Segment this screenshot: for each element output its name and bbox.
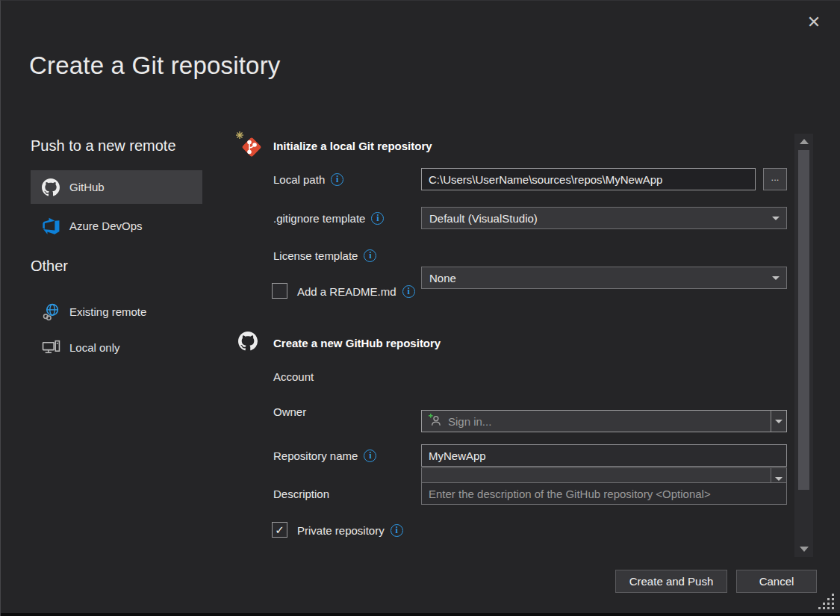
sign-in-user-icon xyxy=(428,413,442,429)
sidebar-item-existing-remote[interactable]: Existing remote xyxy=(31,296,202,326)
info-icon[interactable]: i xyxy=(391,524,403,537)
gitignore-template-label: .gitignore template i xyxy=(273,207,384,229)
sidebar-heading-push-remote: Push to a new remote xyxy=(31,137,176,155)
readme-label: Add a README.md i xyxy=(297,283,415,299)
scroll-down-icon[interactable] xyxy=(800,547,809,552)
cancel-button[interactable]: Cancel xyxy=(736,570,817,593)
local-path-input[interactable] xyxy=(421,168,756,190)
close-icon: ✕ xyxy=(807,13,821,32)
chevron-down-icon xyxy=(775,477,783,481)
sidebar-item-github[interactable]: GitHub xyxy=(31,170,202,204)
section-title-initialize-local: Initialize a local Git repository xyxy=(273,140,432,152)
account-dropdown[interactable]: Sign in... xyxy=(421,410,787,432)
window-bottom-edge xyxy=(1,613,840,616)
license-template-label: License template i xyxy=(273,244,376,267)
scrollbar-thumb[interactable] xyxy=(798,150,809,490)
info-icon[interactable]: i xyxy=(402,285,415,298)
computer-icon xyxy=(41,337,60,357)
browse-button[interactable]: ... xyxy=(763,168,787,190)
repository-name-input[interactable] xyxy=(421,444,787,467)
section-title-create-github: Create a new GitHub repository xyxy=(273,337,441,349)
globe-link-icon xyxy=(41,302,60,321)
description-label: Description xyxy=(273,482,329,505)
private-repository-checkbox[interactable]: ✓ xyxy=(272,522,287,538)
github-section-icon xyxy=(238,332,258,354)
scroll-up-icon[interactable] xyxy=(800,139,809,144)
sidebar-item-label: Existing remote xyxy=(69,305,146,318)
chevron-down-icon xyxy=(772,217,780,220)
readme-checkbox[interactable] xyxy=(272,283,287,299)
info-icon[interactable]: i xyxy=(364,449,376,462)
dialog-title: Create a Git repository xyxy=(29,52,281,80)
create-and-push-button[interactable]: Create and Push xyxy=(615,570,727,593)
sidebar-item-label: Azure DevOps xyxy=(69,220,143,232)
info-icon[interactable]: i xyxy=(364,249,376,262)
resize-grip[interactable] xyxy=(818,593,836,614)
info-icon[interactable]: i xyxy=(331,173,343,186)
create-git-repository-dialog: ✕ Create a Git repository Push to a new … xyxy=(0,0,840,616)
chevron-down-icon xyxy=(772,276,780,280)
sidebar-item-label: GitHub xyxy=(69,181,105,193)
owner-label: Owner xyxy=(273,400,306,423)
sidebar-heading-other: Other xyxy=(31,258,68,275)
sidebar-item-azure-devops[interactable]: Azure DevOps xyxy=(31,211,202,240)
chevron-down-icon xyxy=(775,420,783,423)
info-icon[interactable]: i xyxy=(371,212,384,225)
account-label: Account xyxy=(273,365,314,388)
check-icon: ✓ xyxy=(275,523,284,537)
sidebar-item-local-only[interactable]: Local only xyxy=(31,332,202,362)
repository-name-label: Repository name i xyxy=(273,444,376,467)
description-input[interactable] xyxy=(421,482,787,505)
gitignore-template-dropdown[interactable]: Default (VisualStudio) xyxy=(421,207,787,229)
git-new-repo-icon xyxy=(235,131,265,161)
license-template-dropdown[interactable]: None xyxy=(421,267,787,289)
sidebar-item-label: Local only xyxy=(69,341,120,354)
close-button[interactable]: ✕ xyxy=(801,10,827,35)
github-icon xyxy=(41,178,60,197)
vertical-scrollbar[interactable] xyxy=(794,134,813,557)
private-repository-label: Private repository i xyxy=(297,522,403,538)
azure-devops-icon xyxy=(41,216,60,235)
local-path-label: Local path i xyxy=(273,168,343,190)
